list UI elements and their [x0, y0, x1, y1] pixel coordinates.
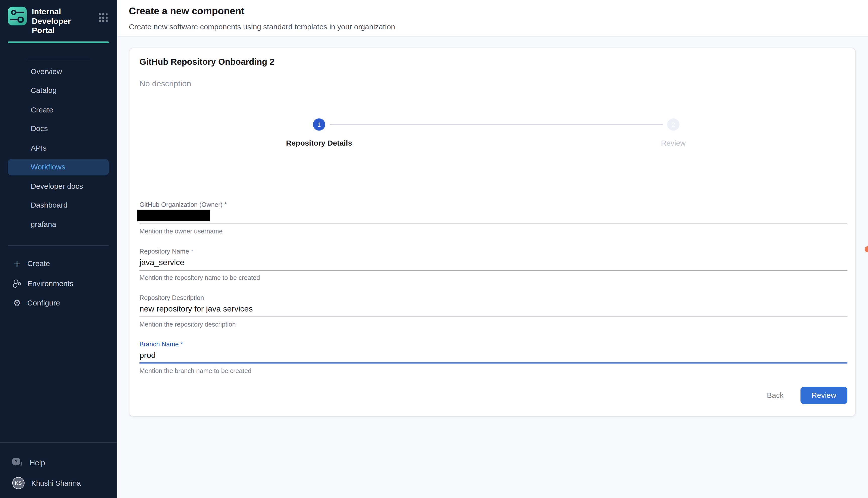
brand: Internal Developer Portal	[0, 0, 117, 35]
redaction-overlay	[137, 210, 210, 221]
field-helper: Mention the repository description	[139, 320, 847, 328]
sidebar-item-apis[interactable]: APIs	[8, 140, 109, 156]
field-repository-description: Repository Description Mention the repos…	[139, 294, 847, 328]
nav-divider	[27, 60, 90, 60]
field-label: Repository Name *	[139, 247, 847, 255]
help-chat-icon: ?	[12, 458, 23, 467]
sidebar: Internal Developer Portal Overview Catal…	[0, 0, 117, 498]
portal-logo-icon	[8, 6, 27, 25]
sidebar-actions: + Create Environments ⚙ Configure	[0, 255, 117, 314]
sidebar-nav: Overview Catalog Create Docs APIs Workfl…	[0, 63, 117, 235]
sidebar-action-create[interactable]: + Create	[0, 255, 117, 273]
page-title: Create a new component	[129, 5, 868, 17]
workflow-description: No description	[139, 79, 847, 88]
action-label: Configure	[27, 299, 60, 307]
sidebar-item-workflows[interactable]: Workflows	[8, 159, 109, 175]
apps-grid-icon[interactable]	[99, 13, 108, 22]
form-actions: Back Review	[139, 387, 847, 404]
user-name: Khushi Sharma	[31, 479, 81, 487]
help-button[interactable]: ? Help	[0, 458, 117, 467]
brand-title: Internal Developer Portal	[32, 7, 94, 35]
step-label-repository-details: Repository Details	[258, 139, 380, 147]
sidebar-item-docs[interactable]: Docs	[8, 120, 109, 137]
sidebar-item-catalog[interactable]: Catalog	[8, 82, 109, 99]
step-connector	[330, 124, 663, 125]
user-menu[interactable]: KS Khushi Sharma	[0, 477, 117, 489]
repository-description-input[interactable]	[139, 301, 847, 317]
step-label-review: Review	[612, 139, 735, 147]
sidebar-item-create[interactable]: Create	[8, 101, 109, 118]
content-area: GitHub Repository Onboarding 2 No descri…	[117, 36, 868, 498]
field-github-organization: GitHub Organization (Owner) * Mention th…	[139, 201, 847, 235]
step-circle-review[interactable]: 2	[667, 118, 679, 131]
github-organization-input[interactable]	[139, 209, 847, 224]
repository-name-input[interactable]	[139, 255, 847, 271]
sidebar-item-grafana[interactable]: grafana	[8, 216, 109, 233]
repository-details-form: GitHub Organization (Owner) * Mention th…	[139, 201, 847, 375]
field-branch-name: Branch Name * Mention the branch name to…	[139, 340, 847, 375]
plus-icon: +	[12, 259, 22, 268]
field-helper: Mention the owner username	[139, 227, 847, 235]
sidebar-action-environments[interactable]: Environments	[0, 274, 117, 292]
step-circle-repository-details[interactable]: 1	[313, 118, 325, 131]
sidebar-item-dashboard[interactable]: Dashboard	[8, 197, 109, 213]
gear-icon: ⚙	[12, 299, 22, 307]
avatar: KS	[12, 477, 25, 489]
field-label: Repository Description	[139, 294, 847, 302]
sidebar-item-developer-docs[interactable]: Developer docs	[8, 178, 109, 194]
branch-name-input[interactable]	[139, 348, 847, 364]
workflow-title: GitHub Repository Onboarding 2	[139, 57, 847, 67]
app-root: Internal Developer Portal Overview Catal…	[0, 0, 868, 498]
page-header: Create a new component Create new softwa…	[117, 0, 868, 36]
back-button[interactable]: Back	[763, 388, 788, 403]
field-helper: Mention the repository name to be create…	[139, 274, 847, 281]
stepper: 1 2 Repository Details Review	[139, 118, 847, 148]
field-repository-name: Repository Name * Mention the repository…	[139, 247, 847, 281]
sidebar-footer-divider	[0, 442, 117, 443]
review-button[interactable]: Review	[801, 387, 847, 404]
hexagons-icon	[12, 279, 22, 288]
field-label: Branch Name *	[139, 340, 847, 348]
help-label: Help	[30, 459, 45, 467]
sidebar-section-divider	[8, 245, 109, 245]
sidebar-action-configure[interactable]: ⚙ Configure	[0, 294, 117, 312]
action-label: Create	[27, 260, 50, 268]
teal-accent-rule	[8, 41, 109, 43]
action-label: Environments	[27, 279, 73, 287]
sidebar-item-overview[interactable]: Overview	[8, 63, 109, 80]
field-label: GitHub Organization (Owner) *	[139, 201, 847, 209]
workflow-card: GitHub Repository Onboarding 2 No descri…	[129, 48, 856, 417]
field-helper: Mention the branch name to be created	[139, 367, 847, 375]
page-subtitle: Create new software components using sta…	[129, 23, 868, 31]
main-area: Create a new component Create new softwa…	[117, 0, 868, 498]
